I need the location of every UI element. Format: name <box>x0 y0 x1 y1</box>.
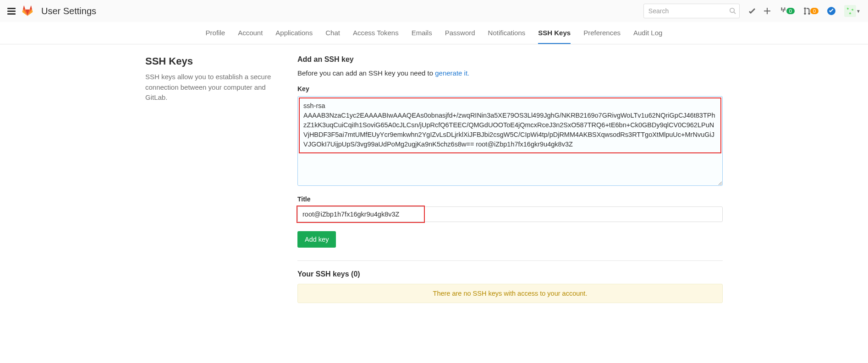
svg-line-1 <box>734 12 736 14</box>
chevron-down-icon: ▼ <box>856 9 861 14</box>
merge-requests-icon[interactable]: 0 <box>803 7 819 15</box>
tab-password[interactable]: Password <box>445 22 475 44</box>
svg-point-4 <box>808 12 810 15</box>
navbar-right: 0 0 ▼ <box>643 4 861 18</box>
key-textarea-wrap <box>297 96 723 187</box>
top-navbar: User Settings 0 0 ▼ <box>0 0 868 22</box>
search-input[interactable] <box>643 4 740 18</box>
tab-audit-log[interactable]: Audit Log <box>633 22 662 44</box>
settings-tabs: ProfileAccountApplicationsChatAccess Tok… <box>0 22 868 44</box>
generate-link[interactable]: generate it. <box>435 69 469 77</box>
mr-badge: 0 <box>810 8 819 14</box>
tab-profile[interactable]: Profile <box>206 22 225 44</box>
add-key-button[interactable]: Add key <box>297 231 336 248</box>
tab-access-tokens[interactable]: Access Tokens <box>353 22 399 44</box>
add-key-hint: Before you can add an SSH key you need t… <box>297 69 723 77</box>
todos-icon[interactable] <box>827 6 836 16</box>
tab-applications[interactable]: Applications <box>275 22 313 44</box>
title-label: Title <box>297 195 723 203</box>
main-panel: Add an SSH key Before you can add an SSH… <box>297 55 723 303</box>
menu-toggle[interactable] <box>7 8 16 15</box>
key-textarea[interactable] <box>297 96 723 186</box>
issues-badge: 0 <box>786 8 795 14</box>
title-input-wrap <box>297 206 723 222</box>
content-container: SSH Keys SSH keys allow you to establish… <box>136 44 732 314</box>
page-title: User Settings <box>41 6 96 16</box>
svg-point-3 <box>804 12 806 15</box>
navbar-left: User Settings <box>7 5 96 16</box>
empty-keys-alert: There are no SSH keys with access to you… <box>297 284 723 303</box>
add-key-heading: Add an SSH key <box>297 55 723 64</box>
search-wrap <box>643 4 740 18</box>
gitlab-logo[interactable] <box>22 5 33 16</box>
svg-point-2 <box>804 7 806 10</box>
divider <box>297 260 723 261</box>
tab-ssh-keys[interactable]: SSH Keys <box>538 22 571 44</box>
side-panel: SSH Keys SSH keys allow you to establish… <box>145 55 283 303</box>
side-description: SSH keys allow you to establish a secure… <box>145 72 283 103</box>
tab-preferences[interactable]: Preferences <box>583 22 621 44</box>
svg-point-0 <box>730 8 734 12</box>
avatar <box>844 5 856 17</box>
hint-text: Before you can add an SSH key you need t… <box>297 69 435 77</box>
tab-emails[interactable]: Emails <box>412 22 432 44</box>
tab-chat[interactable]: Chat <box>325 22 340 44</box>
search-icon <box>729 7 736 14</box>
side-heading: SSH Keys <box>145 55 283 67</box>
user-menu[interactable]: ▼ <box>844 5 861 17</box>
admin-icon[interactable] <box>748 7 755 15</box>
plus-icon[interactable] <box>764 7 771 15</box>
title-input[interactable] <box>297 206 723 222</box>
your-keys-heading: Your SSH keys (0) <box>297 270 723 278</box>
issues-icon[interactable]: 0 <box>779 7 795 15</box>
tab-notifications[interactable]: Notifications <box>488 22 526 44</box>
key-label: Key <box>297 85 723 92</box>
tab-account[interactable]: Account <box>238 22 263 44</box>
